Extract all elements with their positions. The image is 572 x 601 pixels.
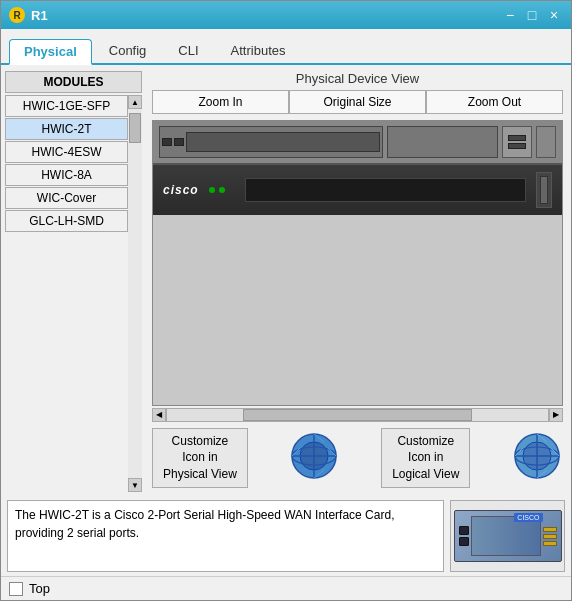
scroll-left-arrow[interactable]: ◀ [152,408,166,422]
app-icon-text: R [13,10,20,21]
device-display: cisco [152,120,563,406]
module-wic-cover[interactable]: WIC-Cover [5,187,128,209]
scrollbar-thumb[interactable] [129,113,141,143]
router-icon-physical [288,430,340,485]
top-label: Top [29,581,50,596]
hw-gold-conn-1 [543,527,557,532]
modules-sidebar: MODULES HWIC-1GE-SFP HWIC-2T HWIC-4ESW H… [1,65,146,496]
right-bracket [536,172,552,208]
right-ports [502,126,532,158]
tab-config[interactable]: Config [94,38,162,63]
hw-ports-left [459,526,469,546]
zoom-controls: Zoom In Original Size Zoom Out [152,90,563,114]
main-window: R R1 − □ × Physical Config CLI Attribute… [0,0,572,601]
customize-area: CustomizeIcon inPhysical View [152,422,563,492]
original-size-button[interactable]: Original Size [289,90,426,114]
hw-port-2 [459,537,469,546]
right-end [536,126,556,158]
sidebar-scrollbar: ▲ ▼ [128,95,142,492]
modules-items: HWIC-1GE-SFP HWIC-2T HWIC-4ESW HWIC-8A W… [5,95,128,492]
top-checkbox[interactable] [9,582,23,596]
scrollbar-up-arrow[interactable]: ▲ [128,95,142,109]
scroll-thumb[interactable] [243,409,472,421]
zoom-in-button[interactable]: Zoom In [152,90,289,114]
app-icon: R [9,7,25,23]
cisco-logo: cisco [163,183,199,197]
minimize-button[interactable]: − [501,6,519,24]
footer: Top [1,576,571,600]
module-hwic-1ge-sfp[interactable]: HWIC-1GE-SFP [5,95,128,117]
device-view-title: Physical Device View [152,71,563,86]
tab-bar: Physical Config CLI Attributes [1,29,571,65]
zoom-out-button[interactable]: Zoom Out [426,90,563,114]
title-bar: R R1 − □ × [1,1,571,29]
module-hwic-2t[interactable]: HWIC-2T [5,118,128,140]
hw-port-1 [459,526,469,535]
horizontal-scrollbar: ◀ ▶ [152,408,563,422]
hw-circuit-board [471,516,541,556]
close-button[interactable]: × [545,6,563,24]
modules-header: MODULES [5,71,142,93]
hw-gold-conn-3 [543,541,557,546]
hw-card-image: CISCO [454,510,562,562]
scroll-track [166,408,549,422]
window-controls: − □ × [501,6,563,24]
content-area: MODULES HWIC-1GE-SFP HWIC-2T HWIC-4ESW H… [1,65,571,496]
customize-logical-button[interactable]: CustomizeIcon inLogical View [381,428,470,488]
module-bay-1 [159,126,383,158]
scrollbar-down-arrow[interactable]: ▼ [128,478,142,492]
router-bottom-chassis: cisco [153,165,562,215]
module-hwic-4esw[interactable]: HWIC-4ESW [5,141,128,163]
module-description-text: The HWIC-2T is a Cisco 2-Port Serial Hig… [15,508,394,540]
module-glc-lh-smd[interactable]: GLC-LH-SMD [5,210,128,232]
tab-cli[interactable]: CLI [163,38,213,63]
tab-physical[interactable]: Physical [9,39,92,65]
customize-physical-button[interactable]: CustomizeIcon inPhysical View [152,428,248,488]
scroll-right-arrow[interactable]: ▶ [549,408,563,422]
router-top-chassis [153,121,562,165]
modules-list-container: HWIC-1GE-SFP HWIC-2T HWIC-4ESW HWIC-8A W… [5,95,142,492]
window-title: R1 [31,8,501,23]
hw-card-label: CISCO [514,513,542,522]
router-icon-logical [511,430,563,485]
hw-gold-conn-2 [543,534,557,539]
led-pwr [229,187,235,193]
hw-image-box: CISCO [450,500,565,572]
module-hwic-8a[interactable]: HWIC-8A [5,164,128,186]
bottom-area: The HWIC-2T is a Cisco 2-Port Serial Hig… [1,496,571,576]
module-description: The HWIC-2T is a Cisco 2-Port Serial Hig… [7,500,444,572]
led-indicators [209,187,235,193]
led-act [219,187,225,193]
expansion-area [245,178,526,202]
led-sys [209,187,215,193]
scrollbar-track [128,109,142,478]
hw-connectors-right [543,527,557,546]
empty-device-space [153,215,562,405]
module-bay-2 [387,126,498,158]
maximize-button[interactable]: □ [523,6,541,24]
main-device-area: Physical Device View Zoom In Original Si… [146,65,571,496]
tab-attributes[interactable]: Attributes [216,38,301,63]
